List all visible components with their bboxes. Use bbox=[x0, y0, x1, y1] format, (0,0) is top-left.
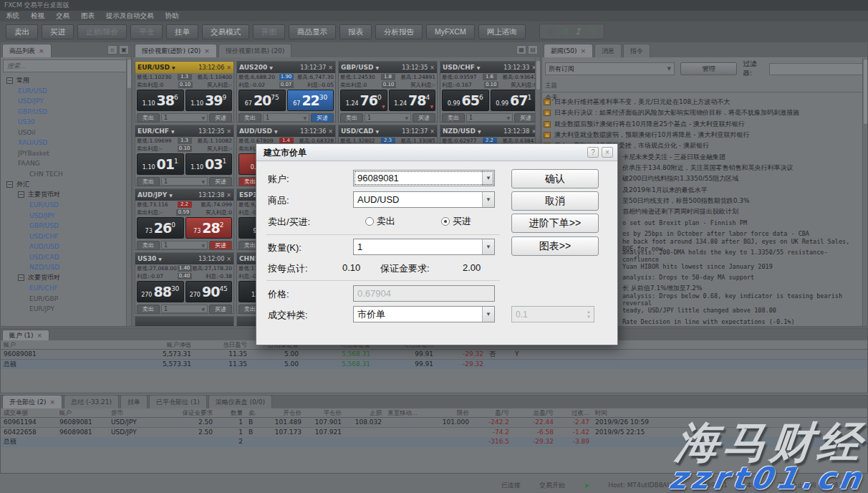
sell-price-box[interactable]: 73260 bbox=[137, 217, 184, 239]
news-item[interactable]: ≡就业数据后预计澳储行将在10月降息25个基点 - 澳大利亚联邦银行 bbox=[544, 119, 861, 130]
close-icon[interactable]: × bbox=[226, 192, 231, 198]
toolbar-button-MyFXCM[interactable]: MyFXCM bbox=[426, 24, 475, 39]
dialog-title[interactable]: 建立市价单 bbox=[256, 144, 617, 161]
sidebar-item-XAU/USD[interactable]: XAU/USD bbox=[2, 138, 125, 148]
buy-price-box[interactable]: 1.10031 bbox=[185, 153, 233, 175]
sidebar-item-USD/JPY[interactable]: USD/JPY bbox=[2, 96, 125, 107]
quote-tile-header[interactable]: US30▼13:12:00× bbox=[135, 253, 233, 264]
amount-select[interactable]: 1 ▼ bbox=[353, 239, 495, 255]
buy-button[interactable]: 买进 bbox=[413, 113, 435, 123]
sell-price-box[interactable]: 1.10386 bbox=[137, 90, 184, 111]
amount-select[interactable]: 1▼ bbox=[263, 113, 309, 122]
chart-button[interactable]: 图表>> bbox=[511, 236, 599, 256]
news-subject-header[interactable]: 主题 bbox=[542, 80, 867, 92]
menu-item-提示及自动交易[interactable]: 提示及自动交易 bbox=[106, 11, 154, 21]
sell-radio[interactable]: 卖出 bbox=[365, 215, 395, 228]
close-icon[interactable]: × bbox=[204, 44, 210, 57]
cascade-view-icon[interactable]: ▤ bbox=[528, 45, 538, 54]
close-icon[interactable]: × bbox=[37, 330, 43, 340]
menu-item-检视[interactable]: 检视 bbox=[31, 11, 44, 21]
chevron-down-icon[interactable]: ▼ bbox=[158, 257, 162, 262]
column-header[interactable]: 止损 bbox=[344, 408, 385, 418]
chevron-down-icon[interactable]: ▼ bbox=[172, 65, 175, 70]
chevron-down-icon[interactable]: ▼ bbox=[375, 65, 379, 70]
toolbar-button-挂单[interactable]: 挂单 bbox=[166, 24, 198, 39]
sidebar-item-EUR/JPY[interactable]: EUR/JPY bbox=[2, 304, 125, 315]
tree-group-外汇[interactable]: −外汇 bbox=[2, 179, 125, 190]
toolbar-button-商品显示[interactable]: 商品显示 bbox=[289, 24, 336, 39]
tab-positions-挂单[interactable]: 挂单 bbox=[120, 395, 148, 408]
filter-input[interactable] bbox=[769, 63, 864, 75]
quote-tile-header[interactable]: AUD/JPY▼13:12:38× bbox=[135, 189, 233, 201]
toolbar-button-卖出[interactable]: 卖出 bbox=[6, 24, 38, 39]
close-icon[interactable]: × bbox=[580, 44, 586, 57]
column-header[interactable]: 直至移动... bbox=[385, 408, 432, 418]
amount-select[interactable]: 1▼ bbox=[161, 241, 208, 249]
tree-group-常用[interactable]: −常用 bbox=[2, 75, 125, 86]
quote-tile-header[interactable]: GBP/USD▼13:12:35× bbox=[339, 62, 437, 73]
buy-button[interactable]: 买进 bbox=[209, 305, 232, 314]
sell-button[interactable]: 卖出 bbox=[137, 177, 160, 186]
confirm-button[interactable]: 确认 bbox=[511, 169, 599, 188]
chevron-down-icon[interactable]: ▼ bbox=[482, 307, 494, 322]
sell-button[interactable]: 卖出 bbox=[137, 113, 160, 123]
manage-button[interactable]: 管理 bbox=[680, 62, 737, 75]
close-icon[interactable]: × bbox=[602, 147, 613, 158]
news-item[interactable]: ≡日本央行维持基准利率不变，美元/日元处在108上方波动不大 bbox=[544, 97, 861, 107]
table-row[interactable]: 6096119496089081USD/JPY2.501B101.489107.… bbox=[1, 418, 867, 428]
quote-tile-header[interactable]: EUR/CHF▼13:12:35× bbox=[135, 125, 233, 137]
sidebar-item-USOil[interactable]: USOil bbox=[2, 128, 125, 138]
news-item[interactable]: ≡澳大利亚就业数据疲弱，预期澳储行10月将降息 - 澳大利亚联邦银行 bbox=[544, 130, 861, 140]
sell-price-box[interactable]: 1.24760▼ bbox=[340, 90, 387, 111]
column-header[interactable]: 过夜... bbox=[556, 408, 592, 418]
expand-collapse-icon[interactable]: − bbox=[18, 191, 24, 198]
quote-tile-header[interactable] bbox=[135, 317, 233, 326]
toolbar-button-买进[interactable]: 买进 bbox=[42, 24, 74, 39]
tab-quotes-报价视窗(简易) (20)[interactable]: 报价视窗(简易) (20) bbox=[218, 44, 291, 57]
close-icon[interactable]: × bbox=[226, 128, 231, 135]
buy-radio[interactable]: 买进 bbox=[441, 215, 471, 228]
buy-price-box[interactable]: 1.10399 bbox=[185, 90, 233, 111]
column-header[interactable]: 货币 bbox=[108, 408, 158, 418]
tab-news-新闻(50)[interactable]: 新闻(50)× bbox=[544, 44, 593, 57]
quote-tile-header[interactable]: NZD/USD▼13:12:38× bbox=[440, 125, 539, 137]
chevron-down-icon[interactable]: ▼ bbox=[274, 129, 278, 134]
maximize-panel-icon[interactable]: ▣ bbox=[119, 45, 129, 54]
close-icon[interactable]: × bbox=[50, 396, 56, 408]
quote-tile-header[interactable]: AUS200▼13:12:37× bbox=[237, 62, 335, 73]
record-icon[interactable]: ● bbox=[547, 26, 554, 37]
column-header[interactable]: 时间 bbox=[592, 408, 678, 418]
buy-price-box[interactable]: 73282 bbox=[185, 217, 233, 239]
column-header[interactable]: 平仓价 bbox=[304, 408, 344, 418]
sell-button[interactable]: 卖出 bbox=[238, 113, 261, 123]
table-row[interactable]: 6042265896089081USD/JPY2.501B107.173107.… bbox=[1, 428, 867, 438]
sell-button[interactable]: 卖出 bbox=[442, 113, 465, 123]
amount-select[interactable]: 1▼ bbox=[466, 113, 513, 122]
advanced-order-button[interactable]: 进阶下单>> bbox=[511, 214, 599, 233]
column-header[interactable]: 账户 bbox=[57, 408, 108, 418]
news-item[interactable]: ≡日本央行决议：如果经济面临的风险加大影响实现物价目标，将毫不犹豫加码刺激措施 bbox=[544, 107, 861, 118]
sidebar-item-EUR/USD[interactable]: EUR/USD bbox=[2, 86, 125, 97]
tile-view-icon[interactable]: ▦ bbox=[516, 45, 526, 54]
sell-price-box[interactable]: 0.99656 bbox=[442, 90, 489, 111]
menu-item-协助[interactable]: 协助 bbox=[165, 11, 179, 21]
column-header[interactable]: 盈/亏 bbox=[472, 408, 512, 418]
chevron-down-icon[interactable]: ▼ bbox=[482, 239, 494, 254]
toolbar-button-报表[interactable]: 报表 bbox=[339, 24, 372, 39]
sell-button[interactable]: 卖出 bbox=[137, 241, 160, 250]
menu-item-交易[interactable]: 交易 bbox=[56, 11, 69, 21]
sidebar-item-USD/CHF[interactable]: USD/CHF bbox=[2, 231, 125, 242]
tab-news-指令[interactable]: 指令 bbox=[623, 44, 650, 57]
expand-collapse-icon[interactable]: − bbox=[18, 274, 24, 281]
close-icon[interactable]: × bbox=[430, 128, 435, 135]
close-icon[interactable]: × bbox=[39, 44, 44, 57]
tab-news-消息[interactable]: 消息 bbox=[594, 44, 622, 57]
buy-price-box[interactable]: 672230 bbox=[287, 90, 334, 111]
buy-button[interactable]: 买进 bbox=[311, 113, 334, 123]
tab-positions-已平仓部位 (1)[interactable]: 已平仓部位 (1) bbox=[149, 395, 207, 408]
amount-select[interactable]: 1▼ bbox=[161, 113, 208, 122]
quote-tile-header[interactable]: EUR/USD▼13:12:06× bbox=[135, 62, 233, 73]
sidebar-item-EUR/GBP[interactable]: EUR/GBP bbox=[2, 294, 125, 305]
sidebar-item-US30[interactable]: US30 bbox=[2, 117, 125, 128]
close-icon[interactable]: × bbox=[328, 128, 333, 135]
